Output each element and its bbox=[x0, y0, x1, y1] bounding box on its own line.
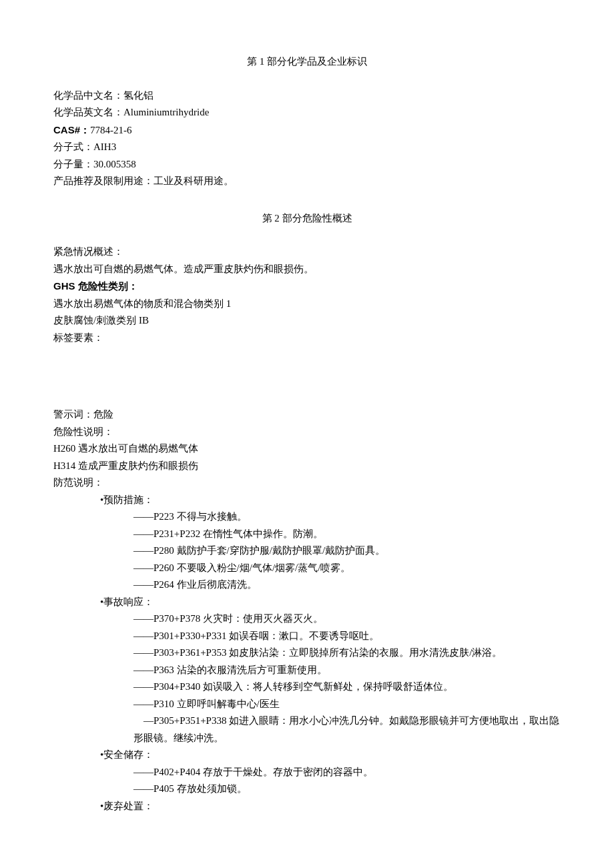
formula-value: AIH3 bbox=[93, 141, 116, 152]
label-elements: 标签要素： bbox=[53, 330, 561, 347]
precaution-label: 防范说明： bbox=[53, 474, 561, 492]
p305-351-338: —P305+P351+P338 如进入眼睛：用水小心冲洗几分钟。如戴隐形眼镜并可… bbox=[120, 713, 561, 747]
emergency-label: 紧急情况概述： bbox=[53, 244, 561, 261]
name-en-label: 化学品英文名： bbox=[53, 107, 123, 117]
section1-heading: 第 1 部分化学品及企业标识 bbox=[53, 53, 561, 71]
formula-label: 分子式： bbox=[53, 141, 93, 152]
mw-label: 分子量： bbox=[53, 159, 93, 169]
p402-404: ——P402+P404 存放于干燥处。存放于密闭的容器中。 bbox=[133, 764, 561, 781]
storage-heading: •安全储存： bbox=[100, 747, 561, 764]
p231-232: ——P231+P232 在惰性气体中操作。防潮。 bbox=[133, 526, 561, 543]
emergency-text: 遇水放出可自燃的易燃气体。造成严重皮肤灼伤和眼损伤。 bbox=[53, 261, 561, 278]
p264: ——P264 作业后彻底清洗。 bbox=[133, 576, 561, 594]
response-heading: •事故响应： bbox=[100, 594, 561, 611]
p280: ——P280 戴防护手套/穿防护服/戴防护眼罩/戴防护面具。 bbox=[133, 542, 561, 560]
mw-value: 30.005358 bbox=[93, 159, 136, 169]
p260: ——P260 不要吸入粉尘/烟/气体/烟雾/蒸气/喷雾。 bbox=[133, 560, 561, 577]
p310: ——P310 立即呼叫解毒中心/医生 bbox=[133, 696, 561, 713]
p304-340: ——P304+P340 如误吸入：将人转移到空气新鲜处，保持呼吸舒适体位。 bbox=[133, 679, 561, 696]
name-en-value: Aluminiumtrihydride bbox=[123, 107, 209, 117]
prevention-heading: •预防措施： bbox=[100, 492, 561, 509]
name-cn-label: 化学品中文名： bbox=[53, 90, 123, 101]
pictogram-placeholder bbox=[53, 346, 561, 406]
cas-value: 7784-21-6 bbox=[90, 125, 132, 135]
ghs-label-text: GHS 危险性类别： bbox=[53, 280, 138, 292]
h314: H314 造成严重皮肤灼伤和眼损伤 bbox=[53, 458, 561, 475]
ghs-line2: 皮肤腐蚀/刺激类别 IB bbox=[53, 312, 561, 330]
section2-heading: 第 2 部分危险性概述 bbox=[53, 210, 561, 228]
use-label: 产品推荐及限制用途： bbox=[53, 175, 154, 186]
ghs-label: GHS 危险性类别： bbox=[53, 278, 561, 296]
formula-line: 分子式：AIH3 bbox=[53, 139, 561, 156]
signal-line: 警示词：危险 bbox=[53, 406, 561, 424]
p223: ——P223 不得与水接触。 bbox=[133, 508, 561, 526]
p363: ——P363 沾染的衣服清洗后方可重新使用。 bbox=[133, 662, 561, 679]
name-en-line: 化学品英文名：Aluminiumtrihydride bbox=[53, 104, 561, 121]
p405: ——P405 存放处须加锁。 bbox=[133, 781, 561, 798]
signal-word: 危险 bbox=[93, 409, 113, 420]
disposal-heading: •废弃处置： bbox=[100, 798, 561, 815]
cas-line: CAS#：7784-21-6 bbox=[53, 121, 561, 139]
ghs-line1: 遇水放出易燃气体的物质和混合物类别 1 bbox=[53, 296, 561, 313]
p370-378: ——P370+P378 火灾时：使用灭火器灭火。 bbox=[133, 610, 561, 628]
name-cn-value: 氢化铝 bbox=[123, 90, 154, 101]
name-cn-line: 化学品中文名：氢化铝 bbox=[53, 87, 561, 105]
cas-label: CAS#： bbox=[53, 124, 90, 135]
p301-330-331: ——P301+P330+P331 如误吞咽：漱口。不要诱导呕吐。 bbox=[133, 628, 561, 645]
h260: H260 遇水放出可自燃的易燃气体 bbox=[53, 440, 561, 458]
use-value: 工业及科研用途。 bbox=[154, 175, 234, 186]
hazard-label: 危险性说明： bbox=[53, 424, 561, 441]
p303-361-353: ——P303+P361+P353 如皮肤沾染：立即脱掉所有沾染的衣服。用水清洗皮… bbox=[133, 644, 561, 662]
use-line: 产品推荐及限制用途：工业及科研用途。 bbox=[53, 173, 561, 190]
signal-label: 警示词： bbox=[53, 409, 93, 420]
mw-line: 分子量：30.005358 bbox=[53, 156, 561, 173]
